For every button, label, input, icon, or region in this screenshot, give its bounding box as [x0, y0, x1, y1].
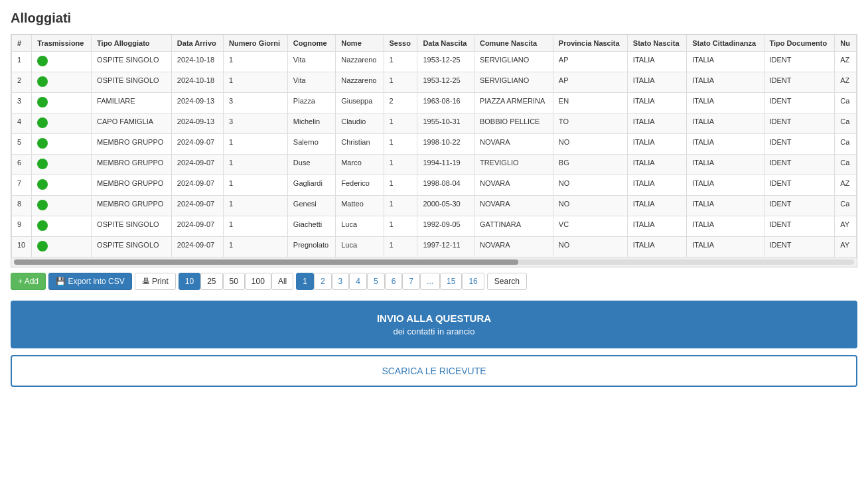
page-number-button[interactable]: 5	[367, 273, 385, 290]
table-cell: 2024-09-13	[171, 93, 223, 113]
table-cell: NOVARA	[474, 196, 553, 216]
page-number-button[interactable]: 7	[402, 273, 420, 290]
horizontal-scrollbar[interactable]	[11, 257, 857, 267]
table-row[interactable]: 2OSPITE SINGOLO2024-10-181VitaNazzareno1…	[12, 72, 857, 93]
table-cell: IDENT	[764, 52, 835, 72]
table-cell: Giuseppa	[336, 93, 384, 113]
table-cell: 1963-08-16	[417, 93, 474, 113]
page-number-button[interactable]: ...	[420, 273, 440, 290]
invio-sub: dei contatti in arancio	[23, 326, 845, 336]
invio-label: INVIO ALLA QUESTURA	[23, 313, 845, 324]
page-size-button[interactable]: 25	[200, 273, 222, 290]
scrollbar-thumb[interactable]	[14, 259, 518, 265]
table-cell: 1	[384, 52, 417, 72]
col-num-giorni: Numero Giorni	[224, 35, 288, 52]
page-number-button[interactable]: 16	[462, 273, 484, 290]
table-row[interactable]: 3FAMILIARE2024-09-133PiazzaGiuseppa21963…	[12, 93, 857, 113]
table-row[interactable]: 6MEMBRO GRUPPO2024-09-071DuseMarco11994-…	[12, 155, 857, 175]
table-cell: ITALIA	[687, 72, 764, 93]
table-cell: ITALIA	[687, 175, 764, 196]
scarica-ricevute-button[interactable]: SCARICA LE RICEVUTE	[11, 355, 857, 387]
table-cell	[32, 216, 92, 237]
table-cell: MEMBRO GRUPPO	[92, 196, 172, 216]
table-cell	[32, 52, 92, 72]
table-cell: ITALIA	[627, 134, 686, 155]
table-cell: 1997-12-11	[417, 237, 474, 257]
export-csv-button[interactable]: 💾 Export into CSV	[48, 273, 132, 290]
table-cell: ITALIA	[687, 134, 764, 155]
pagination-toolbar: + Add 💾 Export into CSV 🖶 Print 10255010…	[11, 273, 857, 290]
table-cell: 1	[224, 196, 288, 216]
table-cell	[32, 196, 92, 216]
table-cell: ITALIA	[687, 52, 764, 72]
table-cell: AP	[553, 52, 627, 72]
table-cell	[32, 72, 92, 93]
page-number-button[interactable]: 6	[385, 273, 403, 290]
table-row[interactable]: 10OSPITE SINGOLO2024-09-071PregnolatoLuc…	[12, 237, 857, 257]
page-number-button[interactable]: 4	[349, 273, 367, 290]
table-cell	[32, 175, 92, 196]
table-cell: IDENT	[764, 175, 835, 196]
table-row[interactable]: 9OSPITE SINGOLO2024-09-071GiachettiLuca1…	[12, 216, 857, 237]
table-cell: FAMILIARE	[92, 93, 172, 113]
scrollbar-track[interactable]	[14, 259, 854, 265]
col-sesso: Sesso	[384, 35, 417, 52]
search-button[interactable]: Search	[487, 273, 527, 290]
export-icon: 💾	[56, 277, 66, 286]
col-nu: Nu	[835, 35, 857, 52]
table-cell: 3	[12, 93, 32, 113]
invio-questura-button[interactable]: INVIO ALLA QUESTURA dei contatti in aran…	[11, 301, 857, 348]
table-cell: 1	[224, 237, 288, 257]
table-cell: MEMBRO GRUPPO	[92, 134, 172, 155]
table-cell: CAPO FAMIGLIA	[92, 113, 172, 134]
page-size-button[interactable]: All	[271, 273, 293, 290]
table-cell: 7	[12, 175, 32, 196]
table-cell: Ca	[835, 134, 857, 155]
table-cell: 1	[224, 155, 288, 175]
print-button[interactable]: 🖶 Print	[135, 273, 176, 290]
table-cell: 2	[384, 93, 417, 113]
col-comune-nascita: Comune Nascita	[474, 35, 553, 52]
page-number-button[interactable]: 3	[332, 273, 350, 290]
table-row[interactable]: 4CAPO FAMIGLIA2024-09-133MichelinClaudio…	[12, 113, 857, 134]
table-cell: IDENT	[764, 196, 835, 216]
table-row[interactable]: 5MEMBRO GRUPPO2024-09-071SalernoChristia…	[12, 134, 857, 155]
table-cell: ITALIA	[687, 93, 764, 113]
table-cell: Ca	[835, 93, 857, 113]
table-cell: IDENT	[764, 72, 835, 93]
table-cell: 5	[12, 134, 32, 155]
page-size-button[interactable]: 100	[245, 273, 271, 290]
page-number-button[interactable]: 1	[296, 273, 314, 290]
table-cell: 2024-09-07	[171, 237, 223, 257]
table-cell: 2024-09-13	[171, 113, 223, 134]
table-cell: AZ	[835, 175, 857, 196]
table-cell: AP	[553, 72, 627, 93]
table-row[interactable]: 1OSPITE SINGOLO2024-10-181VitaNazzareno1…	[12, 52, 857, 72]
page-size-button[interactable]: 10	[179, 273, 200, 290]
table-row[interactable]: 7MEMBRO GRUPPO2024-09-071GagliardiFederi…	[12, 175, 857, 196]
table-cell: ITALIA	[687, 216, 764, 237]
table-cell: ITALIA	[687, 237, 764, 257]
table-header-row: # Trasmissione Tipo Alloggiato Data Arri…	[12, 35, 857, 52]
table-cell: IDENT	[764, 93, 835, 113]
table-cell: 2024-09-07	[171, 196, 223, 216]
col-tipo: Tipo Alloggiato	[92, 35, 172, 52]
page-size-group: 102550100All	[179, 273, 293, 290]
table-cell: 1	[384, 175, 417, 196]
table-cell: BOBBIO PELLICE	[474, 113, 553, 134]
page-number-button[interactable]: 2	[314, 273, 332, 290]
table-cell: TREVIGLIO	[474, 155, 553, 175]
table-cell: OSPITE SINGOLO	[92, 216, 172, 237]
page-number-group: 1234567...1516	[296, 273, 484, 290]
table-cell: Marco	[336, 155, 384, 175]
table-cell: 3	[224, 93, 288, 113]
page-number-button[interactable]: 15	[440, 273, 462, 290]
table-cell: BG	[553, 155, 627, 175]
table-cell: AY	[835, 216, 857, 237]
page-size-button[interactable]: 50	[223, 273, 245, 290]
table-cell: ITALIA	[627, 93, 686, 113]
table-cell: 1	[384, 155, 417, 175]
table-row[interactable]: 8MEMBRO GRUPPO2024-09-071GenesiMatteo120…	[12, 196, 857, 216]
add-button[interactable]: + Add	[11, 273, 46, 290]
table-cell: 2024-09-07	[171, 155, 223, 175]
